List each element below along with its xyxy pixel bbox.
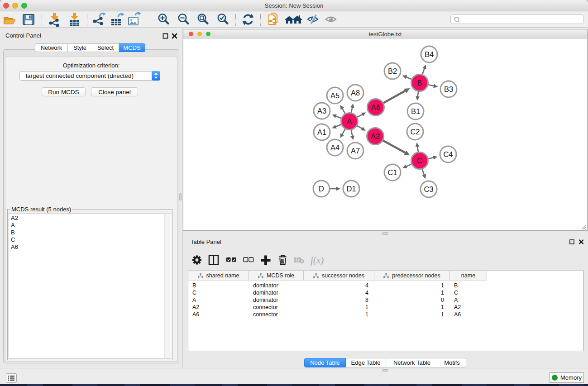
- svg-text:C1: C1: [387, 168, 397, 176]
- svg-text:D: D: [319, 185, 324, 193]
- svg-text:A6: A6: [371, 103, 380, 111]
- svg-text:B2: B2: [388, 67, 397, 75]
- svg-text:C4: C4: [443, 150, 453, 158]
- svg-text:C2: C2: [410, 128, 420, 136]
- svg-text:C3: C3: [424, 185, 433, 193]
- svg-text:A4: A4: [330, 143, 339, 152]
- svg-text:C: C: [417, 157, 422, 165]
- svg-text:A7: A7: [351, 147, 360, 155]
- svg-text:A2: A2: [371, 132, 380, 140]
- svg-text:A: A: [347, 117, 352, 125]
- svg-text:A1: A1: [317, 128, 326, 136]
- svg-text:B4: B4: [425, 50, 434, 58]
- svg-text:A8: A8: [351, 89, 360, 97]
- svg-text:A5: A5: [330, 91, 339, 100]
- svg-text:B3: B3: [444, 85, 453, 93]
- svg-text:B: B: [417, 79, 422, 87]
- svg-text:A3: A3: [317, 107, 326, 115]
- svg-text:B1: B1: [411, 107, 420, 115]
- svg-text:D1: D1: [346, 185, 356, 193]
